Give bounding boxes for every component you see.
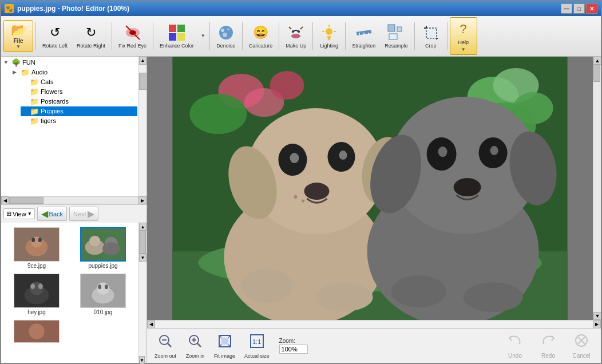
- tree-node-fun[interactable]: ▼ 🌳 FUN: [2, 58, 137, 68]
- tree-node-audio[interactable]: ▶ 📁 Audio: [11, 68, 137, 77]
- expand-audio-icon: ▶: [13, 69, 21, 75]
- view-label: View: [13, 211, 26, 217]
- tree-node-cats[interactable]: 📁 Cats: [21, 77, 137, 87]
- image-hscroll-right[interactable]: ▶: [593, 321, 601, 329]
- rotate-left-button[interactable]: ↺ Rotate Left: [38, 21, 72, 52]
- image-vscroll[interactable]: ▲ ▼: [593, 57, 601, 320]
- svg-point-75: [302, 199, 304, 202]
- thumb-hey[interactable]: hey.jpg: [5, 272, 69, 316]
- tigers-folder-icon: 📁: [30, 117, 39, 125]
- rotate-right-button[interactable]: ↻ Rotate Right: [73, 21, 109, 52]
- svg-point-12: [291, 34, 300, 38]
- zoom-bar: Zoom out Zoom in Fit image: [147, 328, 601, 363]
- tree-vscroll[interactable]: ▲ ▼: [138, 57, 146, 197]
- rotate-left-icon: ↺: [46, 23, 64, 42]
- hscroll-right[interactable]: ▶: [138, 196, 146, 204]
- caricature-button[interactable]: 😄 Caricature: [245, 21, 277, 52]
- fit-image-button[interactable]: Fit image: [211, 331, 238, 361]
- tree-scroll-up[interactable]: ▲: [139, 57, 146, 65]
- svg-point-9: [221, 29, 224, 32]
- next-button[interactable]: Next ▶: [69, 207, 98, 221]
- svg-point-50: [98, 285, 101, 290]
- fix-red-eye-button[interactable]: Fix Red Eye: [114, 21, 150, 52]
- content-area: ▲ ▼ ◀ ▶ Zoom o: [147, 57, 601, 363]
- fix-red-eye-icon: [124, 23, 142, 42]
- lighting-button[interactable]: Lighting: [315, 21, 343, 52]
- toolbar: 📂 File ▼ ↺ Rotate Left ↻ Rotate Right Fi…: [1, 16, 601, 57]
- thumb-scroll-thumb[interactable]: [139, 231, 146, 254]
- make-up-icon: [287, 23, 305, 42]
- next-arrow-icon: ▶: [88, 208, 94, 219]
- redo-button[interactable]: Redo: [533, 331, 563, 361]
- make-up-button[interactable]: Make Up: [282, 21, 310, 52]
- help-button[interactable]: ? Help ▼: [450, 17, 477, 55]
- thumb-scroll-down[interactable]: ▼: [139, 254, 146, 262]
- postcards-folder-icon: 📁: [30, 97, 39, 106]
- svg-point-87: [391, 275, 446, 307]
- cancel-label: Cancel: [572, 353, 590, 359]
- crop-icon: [422, 23, 440, 42]
- thumb-010-img: [80, 274, 126, 308]
- thumb-010-label: 010.jpg: [94, 309, 113, 315]
- undo-button[interactable]: Undo: [500, 331, 530, 361]
- postcards-label: Postcards: [41, 98, 69, 105]
- resample-button[interactable]: Resample: [381, 21, 412, 52]
- thumb-extra[interactable]: [5, 319, 69, 344]
- hscroll-thumb[interactable]: [9, 197, 43, 204]
- straighten-button[interactable]: Straighten: [348, 21, 379, 52]
- zoom-in-button[interactable]: Zoom in: [183, 331, 208, 361]
- thumb-9ce-img: [14, 227, 60, 262]
- crop-button[interactable]: Crop: [417, 21, 445, 52]
- thumb-scroll-up[interactable]: ▲: [139, 223, 146, 231]
- tree-node-flowers[interactable]: 📁 Flowers: [21, 87, 137, 97]
- thumb-scroll-track: [139, 231, 146, 254]
- thumb-010[interactable]: 010.jpg: [71, 272, 135, 316]
- fun-label: FUN: [22, 59, 35, 66]
- svg-point-41: [102, 243, 120, 256]
- redo-label: Redo: [541, 353, 555, 359]
- enhance-color-button[interactable]: Enhance Color: [156, 21, 198, 52]
- fun-folder-icon: 🌳: [11, 58, 21, 67]
- hscroll-left[interactable]: ◀: [1, 196, 9, 204]
- cancel-icon: [573, 333, 589, 352]
- main-area: ▼ 🌳 FUN ▶ 📁 Audio 📁 Cats: [1, 57, 601, 363]
- close-button[interactable]: ✕: [586, 3, 597, 14]
- toolbar-sep-4: [209, 22, 210, 50]
- cancel-button[interactable]: Cancel: [567, 331, 596, 361]
- maximize-button[interactable]: □: [573, 3, 585, 14]
- thumb-vscroll[interactable]: ▲ ▼: [138, 223, 146, 363]
- flowers-label: Flowers: [41, 88, 63, 95]
- tree-hscroll[interactable]: ◀ ▶: [1, 196, 146, 204]
- svg-point-61: [189, 94, 247, 134]
- lighting-icon: [320, 23, 338, 42]
- audio-label: Audio: [31, 69, 47, 76]
- denoise-button[interactable]: Denoise: [212, 21, 240, 52]
- thumb-puppies[interactable]: puppies.jpg: [71, 226, 135, 270]
- image-scroll-down-btn[interactable]: ▼: [593, 312, 601, 320]
- image-scroll-up-btn[interactable]: ▲: [593, 57, 601, 65]
- svg-point-53: [29, 324, 44, 339]
- audio-folder-icon: 📁: [21, 68, 30, 77]
- image-hscroll-left[interactable]: ◀: [147, 321, 155, 329]
- thumb-9ce[interactable]: 9ce.jpg: [5, 226, 69, 270]
- thumb-extra-img: [14, 320, 60, 343]
- hscroll-track: [9, 197, 138, 204]
- minimize-button[interactable]: —: [561, 3, 572, 14]
- svg-point-39: [89, 236, 100, 247]
- actual-size-icon: 1:1: [249, 333, 265, 353]
- tree-node-postcards[interactable]: 📁 Postcards: [21, 97, 137, 106]
- image-hscroll[interactable]: ◀ ▶: [147, 320, 601, 328]
- enhance-dropdown-button[interactable]: ▼: [199, 21, 207, 51]
- tree-node-puppies[interactable]: 📁 Puppies: [21, 106, 137, 116]
- file-button[interactable]: 📂 File ▼: [3, 20, 33, 52]
- view-button[interactable]: ⊞ View ▼: [3, 208, 35, 219]
- zoom-out-button[interactable]: Zoom out: [152, 331, 179, 361]
- image-scroll-track: [593, 65, 601, 312]
- image-scroll-thumb[interactable]: [593, 65, 600, 82]
- tree-node-tigers[interactable]: 📁 tigers: [21, 116, 137, 126]
- actual-size-button[interactable]: 1:1 Actual size: [241, 331, 272, 361]
- back-button[interactable]: ◀ Back: [37, 207, 67, 221]
- tree-scroll-thumb[interactable]: [139, 73, 146, 90]
- view-icon: ⊞: [6, 210, 11, 217]
- zoom-value-input[interactable]: [279, 345, 308, 354]
